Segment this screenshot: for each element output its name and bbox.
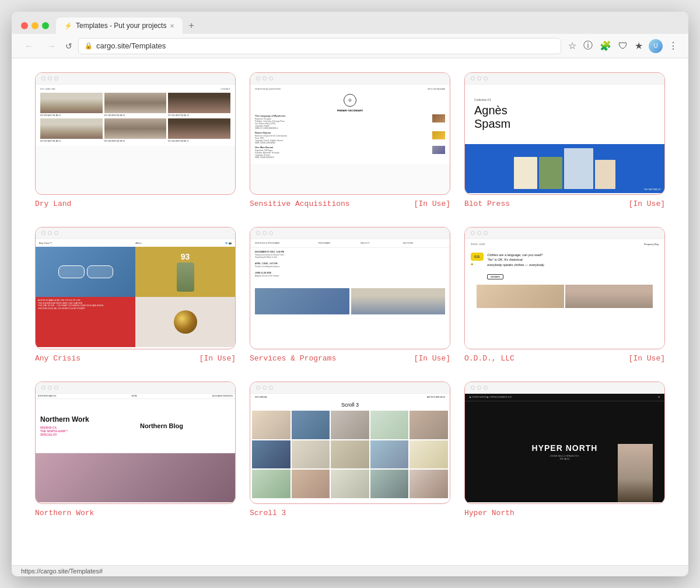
odd-content: O.D.D., LLC® Shopping Bag O.D. 🐸 [465,239,664,348]
hn-title: HYPER NORTH [532,443,598,453]
sp-body: DECEMBER 07 2019 - 9:24 PM Visiting Cere… [250,248,450,284]
menu-icon[interactable]: ⋮ [667,39,679,52]
address-bar[interactable]: 🔒 cargo.site/Templates [78,38,561,54]
template-preview-sensitive[interactable]: SENSITIVE ACQUISITIONS INFO INSTAGRAM ⊙ … [250,72,450,195]
maximize-button[interactable] [42,22,49,29]
preview-dot-odd-2 [477,231,481,235]
nw-title: Northern Work [40,415,131,424]
nw-nav: NORTHERN HAIR, INC WORK BLOG ABOUT/SERVI… [36,394,235,399]
profile-avatar[interactable]: U [649,39,663,53]
template-item-services[interactable]: SERVICES & PROGRAMS PROGRAMS FACULTY SEC… [250,227,450,363]
preview-dot-sp-2 [262,231,267,235]
odd-women-button[interactable]: WOMEN [487,274,503,279]
preview-dot-s3-3 [269,386,273,390]
preview-dot-sa-1 [256,76,260,80]
blot-label: Blot Press [In Use] [464,200,665,208]
template-preview-dry-land[interactable]: EXT. LAND / MK CONTACT EXT 489 WEST ML M… [35,72,236,195]
preview-dot-ac-2 [48,231,52,235]
bookmark-icon[interactable]: ☆ [567,39,578,52]
s3-cell-11 [252,470,290,498]
preview-titlebar-nw [36,382,235,394]
reload-button[interactable]: ↺ [65,41,72,51]
hyper-north-label: Hyper North [464,509,665,517]
template-item-dry-land[interactable]: EXT. LAND / MK CONTACT EXT 489 WEST ML M… [35,72,236,208]
nw-pink-text: 9003940 CATHE NORTH HAIR™SPECIALS® [40,426,131,436]
forward-button[interactable]: → [43,40,60,52]
template-item-blot[interactable]: Collection 01 AgnèsSpasm THE [464,72,665,208]
services-label: Services & Programs [In Use] [250,354,450,363]
preview-dot-nw-1 [41,386,46,390]
sensitive-name: Sensitive Acquisitions [250,200,350,208]
dry-land-label: Dry Land [35,200,236,208]
bp-book-1 [514,157,537,189]
toolbar: ← → ↺ 🔒 cargo.site/Templates ☆ ⓘ 🧩 🛡 ★ U… [12,34,688,58]
services-name: Services & Programs [250,354,336,363]
tab-title: Templates - Put your projects [76,22,166,30]
any-crisis-status: [In Use] [200,354,236,363]
template-item-sensitive[interactable]: SENSITIVE ACQUISITIONS INFO INSTAGRAM ⊙ … [250,72,450,208]
template-item-any-crisis[interactable]: Any Crisis™ About 🐦 📸 [35,227,236,363]
preview-dot-bp-1 [471,76,475,80]
preview-dot-hn-2 [477,386,481,390]
template-preview-services[interactable]: SERVICES & PROGRAMS PROGRAMS FACULTY SEC… [250,227,450,349]
odd-img-1 [477,285,564,308]
template-preview-hyper-north[interactable]: ▶ HYPER NORTH ▶ SPRING/SUMMER 2017 ⊞ HYP… [464,382,665,504]
status-bar: https://cargo.site/Templates# [12,565,688,576]
sp-event-1: DECEMBER 07 2019 - 9:24 PM Visiting Cere… [255,251,445,259]
sensitive-status: [In Use] [414,200,450,208]
close-button[interactable] [21,22,28,29]
preview-dot-sp-1 [256,231,260,235]
preview-dot-ac-3 [54,231,58,235]
preview-titlebar-bp [465,73,664,85]
template-preview-any-crisis[interactable]: Any Crisis™ About 🐦 📸 [35,227,236,349]
hn-person [618,444,653,502]
active-tab[interactable]: ⚡ Templates - Put your projects ✕ [56,18,183,34]
template-preview-northern[interactable]: NORTHERN HAIR, INC WORK BLOG ABOUT/SERVI… [35,382,236,504]
any-crisis-grid: 93 AUSTIN HUMAN GENE THE FOCUS OF LIFETH… [36,247,235,347]
preview-dot-nw-2 [48,386,52,390]
template-item-scroll3[interactable]: INFO MEDIA ARTISTS ARCHIVE Scroll 3 [250,382,450,517]
extensions-icon[interactable]: 🧩 [598,39,612,52]
sa-logo-circle: ⊙ [344,94,356,107]
odd-frog: 🐸 [471,263,484,265]
scroll3-name: Scroll 3 [250,509,286,517]
nw-left: Northern Work 9003940 CATHE NORTH HAIR™S… [36,399,135,453]
blot-press-content: Collection 01 AgnèsSpasm THE [465,85,664,193]
preview-dot-odd-1 [471,231,475,235]
sensitive-content: SENSITIVE ACQUISITIONS INFO INSTAGRAM ⊙ … [250,85,450,193]
blot-status: [In Use] [629,200,665,208]
shield-icon[interactable]: 🛡 [617,40,629,52]
s3-cell-14 [370,470,409,498]
template-item-northern[interactable]: NORTHERN HAIR, INC WORK BLOG ABOUT/SERVI… [35,382,236,517]
template-preview-blot[interactable]: Collection 01 AgnèsSpasm THE [464,72,665,195]
s3-title: Scroll 3 [250,401,450,409]
odd-header: O.D.D., LLC® Shopping Bag [465,239,664,249]
back-button[interactable]: ← [21,40,37,52]
traffic-lights [21,22,49,29]
star-icon[interactable]: ★ [634,39,644,52]
template-preview-odd[interactable]: O.D.D., LLC® Shopping Bag O.D. 🐸 [464,227,665,349]
s3-cell-6 [252,440,290,469]
ac-cactus [177,262,194,292]
preview-dot-bp-2 [477,76,481,80]
sa-row-1: The Language of Mysticism Hardcover: 56 … [255,114,445,130]
title-bar: ⚡ Templates - Put your projects ✕ + [12,12,688,34]
sa-row-3: One Man Bonsai Paperback: 208 PagesPubli… [255,146,445,159]
any-crisis-content: Any Crisis™ About 🐦 📸 [36,239,235,348]
template-item-odd[interactable]: O.D.D., LLC® Shopping Bag O.D. 🐸 [464,227,665,363]
s3-cell-12 [292,470,330,498]
tab-favicon: ⚡ [64,22,72,30]
hyper-north-name: Hyper North [464,509,514,517]
scroll3-content: INFO MEDIA ARTISTS ARCHIVE Scroll 3 [250,394,450,502]
sp-event-3: JUNE 21-28 2020 Adaptive Scores of the S… [255,272,445,278]
template-item-hyper-north[interactable]: ▶ HYPER NORTH ▶ SPRING/SUMMER 2017 ⊞ HYP… [464,382,665,517]
northern-label: Northern Work [35,509,236,517]
minimize-button[interactable] [32,22,38,29]
bp-book-2 [539,157,562,189]
template-preview-scroll3[interactable]: INFO MEDIA ARTISTS ARCHIVE Scroll 3 [250,382,450,504]
preview-dot-nw-3 [54,386,58,390]
s3-cell-13 [331,470,369,498]
new-tab-button[interactable]: + [184,18,198,34]
info-icon[interactable]: ⓘ [582,38,594,53]
tab-close-button[interactable]: ✕ [170,23,174,29]
